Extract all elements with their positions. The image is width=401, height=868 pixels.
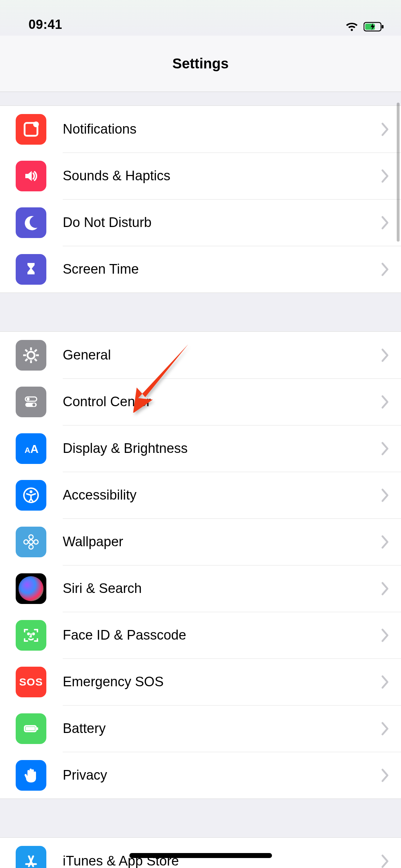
person-circle-icon [16,480,46,511]
svg-point-25 [24,540,28,544]
row-dnd[interactable]: Do Not Disturb [0,199,401,246]
row-label: Face ID & Passcode [63,627,381,643]
svg-point-21 [30,490,32,493]
row-label: Siri & Search [63,581,381,596]
row-label: Accessibility [63,487,381,503]
status-right [345,21,385,32]
flower-icon [16,527,46,557]
row-label: Privacy [63,768,381,783]
chevron-right-icon [381,395,390,409]
chevron-right-icon [381,535,390,549]
svg-text:A: A [25,446,30,455]
scroll-indicator [397,103,400,242]
row-battery[interactable]: Battery [0,705,401,752]
appstore-icon [16,846,46,868]
row-faceid[interactable]: Face ID & Passcode [0,612,401,658]
chevron-right-icon [381,169,390,183]
hourglass-icon [16,254,46,285]
notifications-icon [16,114,46,145]
svg-line-12 [35,350,37,352]
chevron-right-icon [381,628,390,642]
row-notifications[interactable]: Notifications [0,106,401,153]
settings-list[interactable]: Notifications Sounds & Haptics Do Not Di… [0,92,401,868]
row-label: Do Not Disturb [63,215,381,230]
row-label: Screen Time [63,262,381,277]
svg-line-10 [25,350,27,352]
row-siri[interactable]: Siri & Search [0,565,401,612]
svg-rect-31 [37,727,38,730]
chevron-right-icon [381,582,390,596]
sos-icon-text: SOS [19,676,43,688]
row-display[interactable]: AA Display & Brightness [0,425,401,472]
svg-point-28 [33,633,34,635]
settings-group: Notifications Sounds & Haptics Do Not Di… [0,105,401,293]
row-privacy[interactable]: Privacy [0,752,401,799]
home-indicator[interactable] [129,853,272,858]
row-label: General [63,347,381,363]
svg-point-27 [28,633,29,635]
status-bar: 09:41 [0,0,401,36]
row-label: Sounds & Haptics [63,168,381,184]
svg-rect-30 [26,727,35,730]
gear-icon [16,340,46,371]
settings-group: iTunes & App Store [0,837,401,868]
chevron-right-icon [381,722,390,736]
row-screentime[interactable]: Screen Time [0,246,401,293]
faceid-icon [16,620,46,651]
row-label: Wallpaper [63,534,381,549]
battery-charging-icon [364,21,385,32]
row-general[interactable]: General [0,332,401,378]
svg-point-24 [29,545,33,549]
chevron-right-icon [381,216,390,230]
sos-icon: SOS [16,667,46,697]
row-label: Battery [63,721,381,736]
battery-icon [16,713,46,744]
svg-point-15 [27,398,30,401]
svg-text:A: A [30,443,38,455]
chevron-right-icon [381,441,390,456]
chevron-right-icon [381,488,390,502]
svg-point-22 [29,540,33,544]
row-label: Display & Brightness [63,441,381,456]
chevron-right-icon [381,262,390,277]
row-label: Notifications [63,122,381,137]
row-controlcenter[interactable]: Control Center [0,378,401,425]
row-label: Control Center [63,394,381,409]
row-wallpaper[interactable]: Wallpaper [0,518,401,565]
chevron-right-icon [381,854,390,868]
svg-point-23 [29,535,33,539]
svg-point-17 [32,403,35,406]
row-sos[interactable]: SOS Emergency SOS [0,658,401,705]
moon-icon [16,207,46,238]
svg-rect-2 [382,25,384,29]
row-sounds[interactable]: Sounds & Haptics [0,153,401,199]
siri-icon [16,573,46,604]
page-title: Settings [173,56,229,72]
svg-point-4 [33,122,39,127]
nav-bar: Settings [0,36,401,92]
settings-group: General Control Center AA Display & Brig… [0,331,401,799]
svg-point-5 [27,352,35,359]
hand-icon [16,760,46,791]
chevron-right-icon [381,768,390,782]
chevron-right-icon [381,348,390,362]
svg-line-13 [25,359,27,361]
chevron-right-icon [381,122,390,136]
row-label: Emergency SOS [63,674,381,689]
text-size-icon: AA [16,433,46,464]
svg-line-11 [35,359,37,361]
wifi-icon [345,21,359,32]
svg-point-26 [34,540,38,544]
row-accessibility[interactable]: Accessibility [0,472,401,518]
status-time: 09:41 [29,17,62,32]
toggles-icon [16,387,46,417]
sounds-icon [16,161,46,191]
chevron-right-icon [381,675,390,689]
